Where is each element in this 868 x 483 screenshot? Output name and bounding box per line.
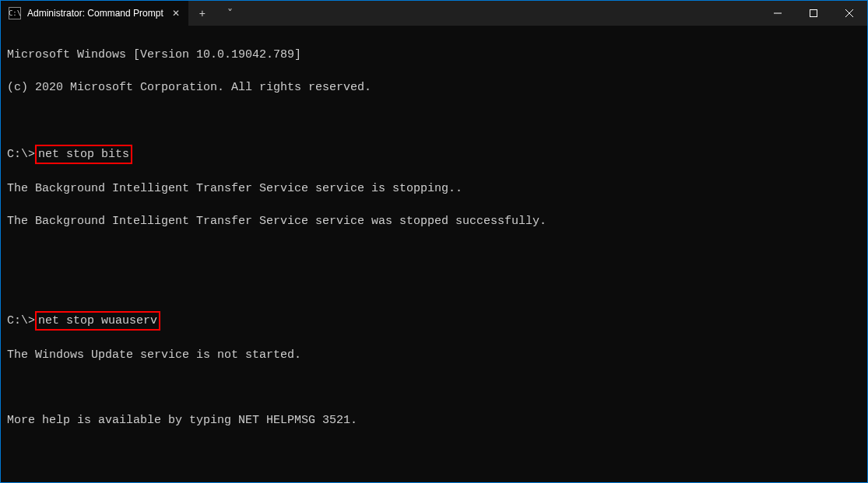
tab-dropdown-button[interactable]: ˅ xyxy=(216,1,244,26)
minimize-button[interactable] xyxy=(760,1,796,26)
prompt-line: C:\>net stop bits xyxy=(7,145,861,164)
close-icon xyxy=(845,9,853,17)
blank-line xyxy=(7,380,861,396)
output-line: The Background Intelligent Transfer Serv… xyxy=(7,180,861,197)
prompt: C:\> xyxy=(7,148,35,161)
blank-line xyxy=(7,246,861,262)
terminal-body[interactable]: Microsoft Windows [Version 10.0.19042.78… xyxy=(1,26,867,482)
new-tab-button[interactable]: + xyxy=(188,1,216,26)
highlighted-command: net stop bits xyxy=(35,145,132,164)
tab-title: Administrator: Command Prompt xyxy=(27,8,163,19)
output-line: The Windows Update service is not starte… xyxy=(7,347,861,363)
prompt-line: C:\>net stop wuauserv xyxy=(7,311,861,331)
blank-line xyxy=(7,278,861,295)
output-line: The Background Intelligent Transfer Serv… xyxy=(7,213,861,229)
titlebar-drag-region[interactable] xyxy=(244,1,760,26)
titlebar: C:\ Administrator: Command Prompt ✕ + ˅ xyxy=(1,1,867,26)
maximize-button[interactable] xyxy=(796,1,831,26)
tab-close-button[interactable]: ✕ xyxy=(170,7,182,19)
cmd-icon: C:\ xyxy=(9,7,21,19)
minimize-icon xyxy=(774,9,782,17)
svg-rect-0 xyxy=(810,10,817,17)
window-controls xyxy=(760,1,867,26)
maximize-icon xyxy=(810,9,817,17)
tab-actions: + ˅ xyxy=(188,1,244,26)
close-button[interactable] xyxy=(831,1,867,26)
output-line: More help is available by typing NET HEL… xyxy=(7,412,861,429)
prompt: C:\> xyxy=(7,314,35,327)
blank-line xyxy=(7,478,861,482)
tab-active[interactable]: C:\ Administrator: Command Prompt ✕ xyxy=(1,1,188,26)
highlighted-command: net stop wuauserv xyxy=(35,311,160,331)
blank-line xyxy=(7,445,861,461)
banner-line: Microsoft Windows [Version 10.0.19042.78… xyxy=(7,47,861,63)
blank-line xyxy=(7,112,861,128)
banner-line: (c) 2020 Microsoft Corporation. All righ… xyxy=(7,79,861,96)
